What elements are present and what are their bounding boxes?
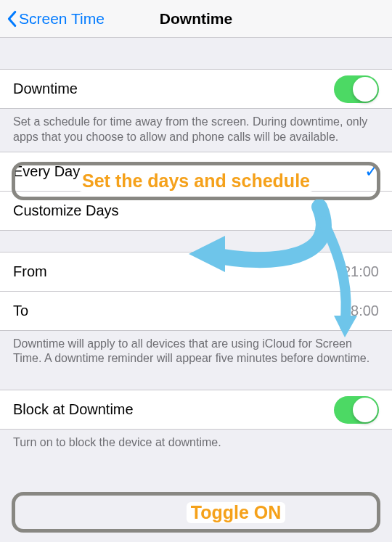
from-label: From	[13, 263, 343, 280]
block-footer: Turn on to block the device at downtime.	[0, 430, 392, 458]
checkmark-icon: ✓	[364, 161, 379, 181]
to-row[interactable]: To 08:00	[0, 291, 392, 331]
downtime-toggle[interactable]	[334, 75, 379, 103]
downtime-row: Downtime	[0, 69, 392, 109]
back-label: Screen Time	[19, 10, 105, 28]
page-title: Downtime	[160, 10, 232, 28]
downtime-description: Set a schedule for time away from the sc…	[0, 109, 392, 152]
every-day-label: Every Day	[13, 163, 364, 180]
from-row[interactable]: From 21:00	[0, 252, 392, 292]
chevron-left-icon	[6, 10, 17, 28]
block-downtime-label: Block at Downtime	[13, 401, 334, 418]
from-value: 21:00	[343, 263, 379, 280]
block-downtime-row: Block at Downtime	[0, 390, 392, 430]
to-value: 08:00	[343, 303, 379, 319]
navigation-bar: Screen Time Downtime	[0, 0, 392, 38]
block-downtime-toggle[interactable]	[334, 396, 379, 424]
customize-days-row[interactable]: Customize Days	[0, 191, 392, 231]
annotation-callout-toggle-text: Toggle ON	[187, 502, 286, 523]
to-label: To	[13, 303, 343, 319]
annotation-callout-toggle: Toggle ON	[12, 492, 380, 533]
downtime-label: Downtime	[13, 81, 334, 97]
time-footer: Downtime will apply to all devices that …	[0, 331, 392, 374]
customize-days-label: Customize Days	[13, 202, 379, 219]
back-button[interactable]: Screen Time	[6, 10, 105, 28]
every-day-row[interactable]: Every Day ✓	[0, 152, 392, 192]
